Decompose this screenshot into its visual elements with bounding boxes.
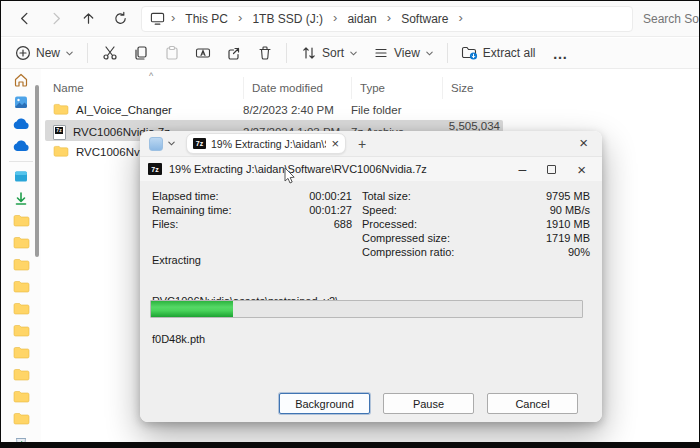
new-button-label: New bbox=[36, 46, 60, 60]
progress-bar bbox=[150, 300, 583, 318]
column-header-date[interactable]: Date modified bbox=[243, 77, 351, 99]
breadcrumb-software[interactable]: Software bbox=[397, 10, 452, 28]
7zip-tab-bar: 7z 19% Extracting J:\aidan\So... × + × bbox=[140, 131, 602, 157]
sidebar-item-folder[interactable] bbox=[1, 408, 41, 430]
stat-label: Speed: bbox=[362, 203, 397, 217]
search-input[interactable]: Search Software bbox=[643, 6, 699, 32]
sidebar-item-folder[interactable] bbox=[1, 276, 41, 298]
sidebar-item-recycle-bin[interactable] bbox=[1, 430, 41, 442]
folder-icon bbox=[13, 324, 30, 338]
maximize-icon[interactable] bbox=[547, 165, 556, 174]
action-label: Extracting bbox=[152, 254, 201, 266]
chevron-down-icon[interactable] bbox=[167, 139, 176, 148]
share-button[interactable] bbox=[218, 41, 249, 66]
toolbar-divider bbox=[447, 43, 448, 63]
cancel-button[interactable]: Cancel bbox=[487, 393, 578, 414]
7zip-title-bar[interactable]: 7z 19% Extracting J:\aidan\Software\RVC1… bbox=[140, 157, 602, 181]
back-icon bbox=[17, 11, 32, 26]
stat-value: 00:01:27 bbox=[309, 203, 352, 217]
breadcrumb-drive[interactable]: 1TB SSD (J:) bbox=[248, 10, 327, 28]
share-icon bbox=[225, 45, 242, 62]
chevron-right-icon: › bbox=[456, 10, 464, 25]
sort-button[interactable]: Sort bbox=[293, 41, 365, 66]
extract-all-button[interactable]: Extract all bbox=[454, 41, 543, 66]
toolbar-divider bbox=[286, 43, 287, 63]
gallery-icon bbox=[13, 94, 29, 110]
chevron-right-icon: › bbox=[169, 10, 177, 25]
see-more-button[interactable]: … bbox=[543, 45, 579, 62]
up-icon bbox=[81, 11, 96, 26]
app-tab-list-icon[interactable] bbox=[149, 137, 163, 151]
column-header-size[interactable]: Size bbox=[442, 77, 504, 99]
up-button[interactable] bbox=[75, 6, 101, 32]
monitor-icon bbox=[150, 11, 165, 26]
paste-button[interactable] bbox=[156, 41, 187, 66]
stat-label: Compression ratio: bbox=[362, 245, 454, 259]
cloud-icon bbox=[12, 118, 30, 130]
new-tab-icon[interactable]: + bbox=[358, 136, 366, 152]
breadcrumb-aidan[interactable]: aidan bbox=[343, 10, 380, 28]
mouse-cursor bbox=[284, 167, 297, 185]
delete-button[interactable] bbox=[249, 41, 280, 66]
7z-app-icon: 7z bbox=[193, 138, 206, 149]
breadcrumb[interactable]: › This PC › 1TB SSD (J:) › aidan › Softw… bbox=[141, 6, 633, 32]
sidebar-scrollbar[interactable] bbox=[35, 85, 39, 257]
pause-button[interactable]: Pause bbox=[383, 393, 474, 414]
sidebar-item-folder[interactable] bbox=[1, 342, 41, 364]
minimize-icon[interactable]: – bbox=[518, 161, 526, 177]
explorer-window: › This PC › 1TB SSD (J:) › aidan › Softw… bbox=[1, 1, 699, 442]
rename-button[interactable] bbox=[187, 41, 218, 66]
stat-value: 688 bbox=[334, 217, 352, 231]
sidebar-item-folder[interactable] bbox=[1, 320, 41, 342]
forward-button[interactable] bbox=[43, 6, 69, 32]
tab-title: 19% Extracting J:\aidan\So... bbox=[211, 138, 326, 150]
view-button-label: View bbox=[394, 46, 420, 60]
sidebar-item-folder[interactable] bbox=[1, 254, 41, 276]
copy-button[interactable] bbox=[125, 41, 156, 66]
folder-icon bbox=[13, 280, 30, 294]
forward-icon bbox=[49, 11, 64, 26]
view-button[interactable]: View bbox=[365, 41, 441, 66]
download-icon bbox=[13, 191, 29, 207]
7zip-dialog-body: Elapsed time:00:00:21 Remaining time:00:… bbox=[140, 181, 602, 422]
folder-icon bbox=[13, 214, 30, 228]
cut-button[interactable] bbox=[94, 41, 125, 66]
stat-value: 1910 MB bbox=[546, 217, 590, 231]
extract-all-label: Extract all bbox=[483, 46, 536, 60]
stat-label: Remaining time: bbox=[152, 203, 231, 217]
column-header-type[interactable]: Type bbox=[351, 77, 442, 99]
new-button[interactable]: New bbox=[7, 41, 81, 66]
stats-right: Total size:9795 MB Speed:90 MB/s Process… bbox=[362, 189, 590, 259]
background-button[interactable]: Background bbox=[279, 393, 370, 414]
sort-icon bbox=[300, 45, 317, 62]
navigation-pane bbox=[1, 69, 41, 442]
window-close-icon[interactable]: × bbox=[579, 135, 588, 150]
stat-value: 1719 MB bbox=[546, 231, 590, 245]
chevron-down-icon bbox=[65, 49, 74, 58]
sort-button-label: Sort bbox=[322, 46, 344, 60]
sidebar-item-folder[interactable] bbox=[1, 364, 41, 386]
back-button[interactable] bbox=[11, 6, 37, 32]
folder-icon bbox=[13, 236, 30, 250]
breadcrumb-this-pc[interactable]: This PC bbox=[181, 10, 232, 28]
sidebar-item-folder[interactable] bbox=[1, 386, 41, 408]
column-header-name[interactable]: Name ^ bbox=[45, 77, 243, 99]
tab-close-icon[interactable]: × bbox=[331, 137, 339, 150]
close-icon[interactable]: × bbox=[577, 162, 586, 177]
chevron-right-icon: › bbox=[385, 10, 393, 25]
file-date: 8/2/2023 2:40 PM bbox=[243, 104, 351, 116]
sidebar-item-folder[interactable] bbox=[1, 298, 41, 320]
refresh-button[interactable] bbox=[107, 6, 133, 32]
chevron-down-icon bbox=[349, 49, 358, 58]
chevron-right-icon: › bbox=[236, 10, 244, 25]
7zip-active-tab[interactable]: 7z 19% Extracting J:\aidan\So... × bbox=[186, 133, 346, 154]
file-row-ai-voice-changer[interactable]: AI_Voice_Changer 8/2/2023 2:40 PM File f… bbox=[45, 99, 503, 120]
paste-icon bbox=[163, 45, 180, 62]
stat-value: 90% bbox=[568, 245, 590, 259]
stat-value: 90 MB/s bbox=[550, 203, 590, 217]
sort-ascending-icon: ^ bbox=[149, 71, 153, 81]
trash-icon bbox=[256, 45, 273, 62]
stat-label: Total size: bbox=[362, 189, 411, 203]
home-icon bbox=[13, 72, 29, 88]
rename-icon bbox=[194, 45, 211, 62]
